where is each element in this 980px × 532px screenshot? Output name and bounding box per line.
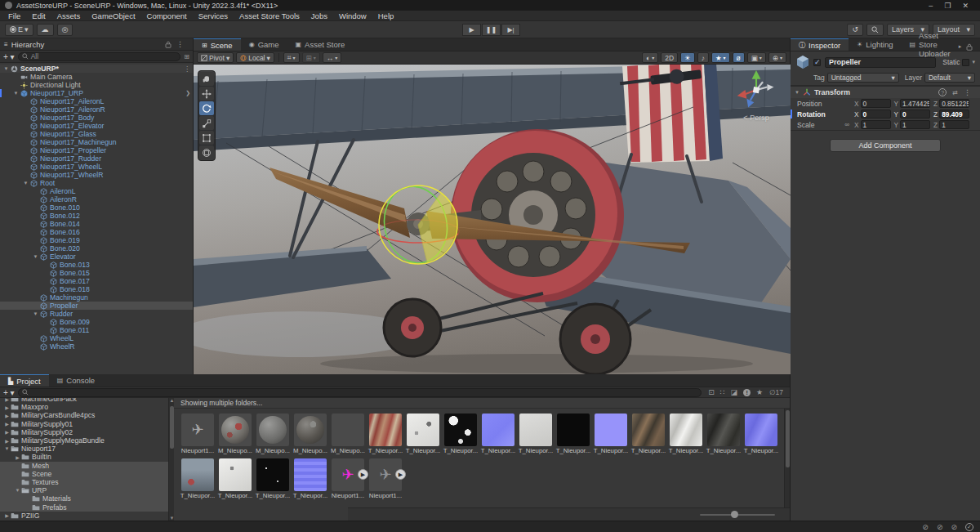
orientation-gizmo[interactable]: < Persp — [730, 69, 782, 122]
expander-icon[interactable]: ▶ — [14, 454, 21, 460]
asset-tex-white2[interactable]: T_Nieupor... — [219, 458, 252, 499]
tool-handle-rotation-dropdown[interactable]: Local▾ — [236, 52, 274, 63]
menu-services[interactable]: Services — [194, 11, 233, 20]
hierarchy-item-bone-018[interactable]: Bone.018 — [0, 285, 193, 293]
menu-file[interactable]: File — [3, 11, 25, 20]
hierarchy-item-nieuport17-machinegun[interactable]: Nieuport17_Machinegun — [0, 138, 193, 146]
asset-thumbnail[interactable] — [294, 414, 327, 446]
mute-notifications-icon[interactable]: ⊘ — [922, 523, 929, 531]
account-button[interactable]: E ▾ — [5, 24, 33, 36]
assets-scrollbar[interactable] — [784, 409, 790, 507]
hierarchy-item-nieuport17-propeller[interactable]: Nieuport17_Propeller — [0, 146, 193, 154]
asset-thumbnail[interactable] — [745, 414, 777, 446]
view-2d-button[interactable]: 2D — [661, 52, 678, 63]
folder-materials[interactable]: Materials — [0, 494, 168, 503]
asset-thumbnail[interactable] — [294, 458, 327, 491]
panel-menu-icon[interactable]: ⋮ — [176, 40, 184, 48]
hierarchy-item-nieuport17-wheell[interactable]: Nieuport17_WheelL — [0, 163, 193, 171]
folder-textures[interactable]: Textures — [0, 478, 168, 486]
increment-snap-button[interactable]: ⊞▾ — [302, 52, 320, 63]
move-tool-button[interactable] — [199, 87, 214, 101]
hierarchy-item-nieuport17-aileronl[interactable]: Nieuport17_AileronL — [0, 97, 193, 105]
menu-help[interactable]: Help — [373, 11, 399, 20]
asset-thumbnail[interactable] — [219, 414, 252, 446]
hierarchy-item-aileronr[interactable]: AileronR — [0, 195, 193, 203]
folder-nieuport17[interactable]: ▼Nieuport17 — [0, 445, 168, 453]
expander-icon[interactable]: ▼ — [32, 254, 39, 259]
asset-thumbnail[interactable] — [595, 414, 627, 446]
tab-game[interactable]: ◉Game — [241, 38, 287, 51]
static-checkbox[interactable] — [962, 59, 969, 66]
hierarchy-item-nieuport17-aileronr[interactable]: Nieuport17_AileronR — [0, 105, 193, 114]
asset-thumbnail[interactable] — [519, 414, 552, 446]
tab-project[interactable]: ▙Project — [0, 374, 49, 387]
expander-icon[interactable]: ▶ — [3, 429, 11, 435]
hierarchy-item-bone-010[interactable]: Bone.010 — [0, 203, 193, 212]
expander-icon[interactable]: ▶ — [3, 512, 11, 518]
folder-militarysupplymegabundle[interactable]: ▶MilitarySupplyMegaBundle — [0, 436, 168, 445]
rotation-x-field[interactable]: 0 — [861, 110, 891, 118]
expander-icon[interactable]: ▼ — [12, 91, 20, 96]
asset-thumbnail[interactable] — [332, 414, 364, 446]
scene-viewport[interactable]: < Persp — [194, 65, 791, 374]
hierarchy-item-bone-016[interactable]: Bone.016 — [0, 228, 193, 236]
tab-scene[interactable]: ⊞Scene — [194, 38, 241, 51]
folder-militarysupply02[interactable]: ▶MilitarySupply02 — [0, 428, 168, 436]
hierarchy-search-input[interactable]: All — [18, 52, 181, 61]
asset-normal-noise[interactable]: T_Nieupor... — [745, 414, 777, 454]
hierarchy-item-nieuport17-body[interactable]: Nieuport17_Body — [0, 114, 193, 122]
menu-gameobject[interactable]: GameObject — [87, 11, 140, 20]
scale-z-field[interactable]: 1 — [939, 120, 969, 129]
global-search-button[interactable] — [866, 24, 884, 36]
hierarchy-add-button[interactable]: + ▾ — [3, 52, 15, 61]
hidden-count-badge[interactable]: ∅17 — [769, 388, 783, 396]
next-icon[interactable]: ▸ — [959, 43, 962, 50]
alert-icon[interactable]: ! — [743, 389, 751, 396]
asset-sphere-camo[interactable]: M_Nieupo... — [219, 414, 252, 454]
asset-thumbnail[interactable]: ✈▶ — [332, 458, 364, 491]
asset-tex-lightgray[interactable]: T_Nieupor... — [519, 414, 552, 454]
position-z-field[interactable]: 0.851225 — [939, 99, 969, 108]
favorites-icon[interactable]: ★ — [756, 388, 763, 396]
view-tool-button[interactable] — [199, 72, 214, 86]
asset-flat-lavender[interactable]: T_Nieupor... — [595, 414, 627, 454]
asset-thumbnail[interactable] — [482, 414, 514, 446]
minimize-button[interactable]: – — [929, 2, 933, 10]
asset-thumbnail[interactable]: ✈▶ — [369, 458, 402, 491]
rotation-y-field[interactable]: 0 — [900, 110, 930, 118]
rect-tool-button[interactable] — [199, 131, 214, 145]
hierarchy-item-wheelr[interactable]: WheelR — [0, 342, 193, 351]
rotation-z-field[interactable]: 89.409 — [939, 110, 969, 118]
position-x-field[interactable]: 0 — [861, 99, 891, 108]
menu-assets[interactable]: Assets — [52, 11, 86, 20]
menu-asset-store-tools[interactable]: Asset Store Tools — [234, 11, 305, 20]
static-dropdown-icon[interactable]: ▾ — [972, 59, 975, 65]
tab-asset-store[interactable]: ▣Asset Store — [287, 38, 354, 51]
asset-thumbnail[interactable] — [256, 414, 289, 446]
folder-militarysupply01[interactable]: ▶MilitarySupply01 — [0, 420, 168, 428]
services-button[interactable]: ◎ — [57, 24, 74, 36]
play-badge-icon[interactable]: ▶ — [395, 469, 406, 480]
project-search-input[interactable] — [18, 388, 702, 397]
hierarchy-item-nieuport17-elevator[interactable]: Nieuport17_Elevator — [0, 122, 193, 130]
asset-thumbnail[interactable] — [670, 414, 702, 446]
component-menu-icon[interactable]: ⋮ — [964, 88, 971, 96]
prefab-open-chevron[interactable]: ❯ — [185, 90, 190, 96]
foldout-icon[interactable]: ▼ — [795, 90, 800, 95]
tag-dropdown[interactable]: Untagged▾ — [827, 73, 899, 83]
draw-mode-button[interactable]: ◐▾ — [642, 52, 658, 63]
scene-audio-button[interactable]: ♪ — [697, 52, 709, 63]
play-button[interactable]: ▶ — [462, 24, 481, 36]
asset-thumbnail[interactable] — [181, 458, 214, 491]
asset-model[interactable]: ✈Nieuport1... — [181, 414, 214, 454]
perspective-label[interactable]: < Persp — [730, 114, 782, 122]
expander-icon[interactable]: ▶ — [3, 398, 11, 402]
hierarchy-item-bone-015[interactable]: Bone.015 — [0, 269, 193, 277]
asset-tex-darknoise[interactable]: T_Nieupor... — [707, 414, 740, 454]
play-badge-icon[interactable]: ▶ — [358, 469, 368, 480]
asset-tex-black[interactable]: T_Nieupor... — [557, 414, 590, 454]
asset-thumbnail[interactable] — [219, 458, 252, 491]
layer-dropdown[interactable]: Default▾ — [924, 73, 975, 83]
thumbnail-size-slider[interactable] — [700, 514, 775, 516]
folder-urp[interactable]: ▼URP — [0, 486, 168, 494]
